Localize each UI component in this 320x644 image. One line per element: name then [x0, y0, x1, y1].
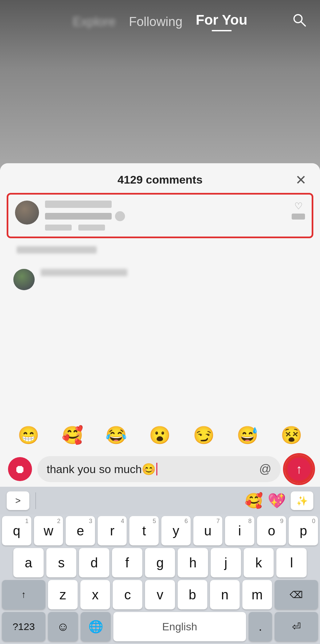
magic-button[interactable]: ✨ — [291, 491, 313, 510]
comments-list: ♡ — [0, 193, 320, 419]
comment-input-text: thank you so much😊 — [47, 462, 157, 476]
nav-explore[interactable]: Explore — [73, 15, 116, 29]
key-j[interactable]: j — [211, 548, 241, 577]
emoji-wow[interactable]: 😮 — [149, 425, 171, 445]
comments-panel: 4129 comments ✕ ♡ — [0, 163, 320, 644]
search-icon[interactable] — [292, 13, 307, 31]
key-r[interactable]: 4r — [98, 516, 127, 545]
key-p[interactable]: 0p — [289, 516, 318, 545]
num-hint-2: 2 — [57, 518, 60, 525]
send-icon: ↑ — [296, 462, 302, 476]
emoji-dizzy[interactable]: 😵 — [281, 425, 302, 445]
key-a[interactable]: a — [13, 548, 44, 577]
comment-text-line — [45, 211, 286, 221]
emoji-key[interactable]: ☺ — [48, 612, 78, 641]
key-b[interactable]: b — [178, 580, 207, 609]
text-cursor — [156, 463, 157, 475]
comment-content — [45, 201, 286, 231]
num-hint-4: 4 — [121, 518, 124, 525]
return-icon: ⏎ — [292, 620, 301, 633]
key-s[interactable]: s — [46, 548, 77, 577]
avatar — [15, 201, 39, 225]
num-symbol-key[interactable]: ?123 — [2, 612, 45, 641]
send-button[interactable]: ↑ — [286, 456, 312, 482]
num-hint-6: 6 — [185, 518, 188, 525]
space-key[interactable]: English — [113, 612, 246, 641]
arrow-icon: > — [15, 495, 21, 506]
emoji-hearts[interactable]: 🥰 — [62, 425, 83, 445]
comment-username-blurred — [45, 201, 112, 208]
emoji-grin[interactable]: 😁 — [18, 425, 39, 445]
num-hint-3: 3 — [89, 518, 92, 525]
key-e[interactable]: 3e — [66, 516, 95, 545]
comment-row — [7, 242, 313, 262]
keyboard-bottom-row: ?123 ☺ 🌐 English . ⏎ — [0, 611, 320, 644]
return-key[interactable]: ⏎ — [275, 612, 318, 641]
toolbar-separator — [35, 492, 36, 509]
at-mention-icon[interactable]: @ — [259, 462, 271, 476]
key-y[interactable]: 6y — [161, 516, 191, 545]
comment-row-2 — [7, 264, 313, 295]
key-d[interactable]: d — [79, 548, 109, 577]
key-c[interactable]: c — [113, 580, 142, 609]
key-k[interactable]: k — [244, 548, 274, 577]
key-z[interactable]: z — [48, 580, 78, 609]
nav-foryou-tab[interactable]: For You — [196, 12, 247, 31]
key-q[interactable]: 1q — [2, 516, 31, 545]
emoji-suggest-1[interactable]: 🥰 — [245, 492, 263, 509]
key-w[interactable]: 2w — [34, 516, 63, 545]
video-icon: ⏺ — [14, 463, 26, 476]
emoji-laugh-cry[interactable]: 😂 — [105, 425, 127, 445]
key-l[interactable]: l — [276, 548, 307, 577]
comments-header: 4129 comments ✕ — [0, 163, 320, 193]
comments-count: 4129 comments — [117, 173, 202, 186]
num-hint-9: 9 — [280, 518, 283, 525]
emoji-keyboard-icon: ☺ — [57, 620, 69, 634]
emoji-suggest-2[interactable]: 💖 — [268, 492, 286, 509]
comment-input-row: ⏺ thank you so much😊 @ ↑ — [0, 451, 320, 487]
emoji-bar: 😁 🥰 😂 😮 😏 😅 😵 — [0, 419, 320, 451]
top-nav: Explore Following For You — [0, 0, 320, 43]
shift-key[interactable]: ↑ — [2, 580, 45, 609]
num-hint-5: 5 — [153, 518, 156, 525]
emoji-smirk[interactable]: 😏 — [193, 425, 215, 445]
key-f[interactable]: f — [112, 548, 142, 577]
highlighted-comment-row: ♡ — [7, 193, 313, 238]
num-hint-0: 0 — [312, 518, 315, 525]
num-hint-7: 7 — [216, 518, 220, 525]
close-button[interactable]: ✕ — [295, 172, 307, 188]
period-key[interactable]: . — [249, 612, 272, 641]
key-h[interactable]: h — [178, 548, 208, 577]
svg-line-1 — [301, 22, 305, 26]
comment-input-box[interactable]: thank you so much😊 @ — [37, 456, 281, 482]
key-o[interactable]: 9o — [257, 516, 286, 545]
emoji-sweat[interactable]: 😅 — [237, 425, 258, 445]
keyboard-row-2: a s d f g h j k l — [0, 547, 320, 579]
globe-key[interactable]: 🌐 — [81, 612, 111, 641]
keyboard-area: > 🥰 💖 ✨ 1q 2w 3e 4r 5t 6y 7u 8i 9o 0p a — [0, 487, 320, 644]
nav-foryou-underline — [212, 30, 232, 31]
avatar-2 — [13, 269, 35, 290]
key-g[interactable]: g — [145, 548, 175, 577]
comment-time-line — [45, 225, 286, 231]
num-hint-1: 1 — [25, 518, 29, 525]
key-x[interactable]: x — [80, 580, 110, 609]
key-m[interactable]: m — [242, 580, 272, 609]
keyboard-arrow-button[interactable]: > — [7, 491, 29, 510]
key-n[interactable]: n — [210, 580, 240, 609]
keyboard-toolbar: > 🥰 💖 ✨ — [0, 487, 320, 515]
key-v[interactable]: v — [145, 580, 175, 609]
heart-icon: ♡ — [294, 201, 303, 212]
num-hint-8: 8 — [248, 518, 252, 525]
video-record-button[interactable]: ⏺ — [8, 457, 32, 481]
nav-following-tab[interactable]: Following — [129, 15, 183, 29]
backspace-key[interactable]: ⌫ — [275, 580, 318, 609]
keyboard-row-3: ↑ z x c v b n m ⌫ — [0, 579, 320, 611]
comment-likes: ♡ — [292, 201, 305, 220]
keyboard-row-1: 1q 2w 3e 4r 5t 6y 7u 8i 9o 0p — [0, 515, 320, 547]
key-t[interactable]: 5t — [129, 516, 159, 545]
key-u[interactable]: 7u — [193, 516, 223, 545]
magic-icon: ✨ — [296, 495, 308, 506]
globe-icon: 🌐 — [88, 620, 103, 634]
key-i[interactable]: 8i — [225, 516, 254, 545]
